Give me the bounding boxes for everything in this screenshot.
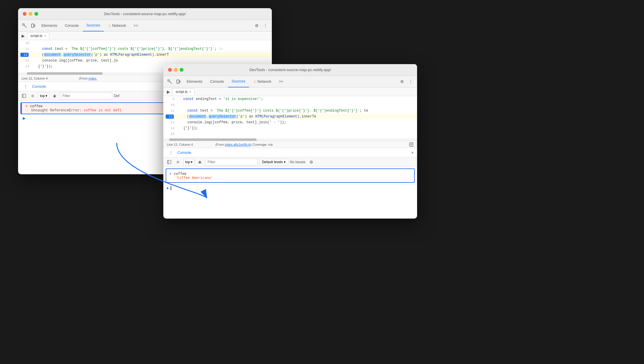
console-menu-icon-2[interactable]: ⋮: [167, 149, 175, 157]
more-icon-2[interactable]: ⋮: [407, 78, 415, 86]
expand-icon-1[interactable]: ▶: [20, 34, 26, 38]
inspect-icon-1[interactable]: [20, 22, 29, 30]
sidebar-icon-2[interactable]: [166, 159, 173, 166]
tab-more-1[interactable]: >>: [130, 20, 141, 31]
default-levels-1[interactable]: Def: [114, 94, 120, 98]
code-line-9-2: 9 const endingText = 'it is expensive!';: [163, 96, 417, 102]
code-area-2: 9 const endingText = 'it is expensive!';…: [163, 96, 417, 138]
tl-red-1[interactable]: [23, 12, 27, 16]
svg-rect-3: [34, 25, 35, 27]
svg-rect-2: [32, 24, 34, 27]
file-tab-script-2[interactable]: script.ts ×: [172, 88, 195, 95]
window-title-2: DevTools - consistent-source-map-pc.netl…: [249, 68, 331, 72]
top-dropdown-1[interactable]: top ▾: [38, 93, 49, 99]
tl-green-2[interactable]: [180, 68, 183, 72]
expand-icon-2[interactable]: ▶: [166, 89, 171, 94]
error-area-2: × coffee 'Coffee Americano': [166, 168, 415, 183]
tab-elements-2[interactable]: Elements: [183, 76, 206, 87]
default-levels-btn-2[interactable]: Default levels ▾: [259, 159, 288, 165]
file-tab-script-1[interactable]: script.ts ×: [27, 32, 49, 39]
devtools-window-2: DevTools - consistent-source-map-pc.netl…: [163, 64, 417, 219]
svg-rect-10: [410, 143, 413, 146]
traffic-lights-1: [23, 12, 38, 16]
eye-icon-2[interactable]: ◉: [196, 159, 203, 166]
console-title-1: Console: [32, 84, 46, 89]
warning-icon-2: ⚠: [253, 80, 256, 84]
clear-icon-1[interactable]: ⊘: [29, 92, 36, 99]
console-section-2: ⋮ Console × ⊘ top ▾ ◉ Default levels ▾: [163, 148, 417, 191]
error-output-str-2: 'Coffee Americano': [175, 176, 213, 180]
file-tab-close-1[interactable]: ×: [44, 34, 46, 38]
error-text-1: Uncaught ReferenceError:: [31, 108, 84, 112]
svg-line-1: [23, 24, 27, 28]
top-dropdown-2[interactable]: top ▾: [183, 159, 195, 165]
settings-icon-1[interactable]: ⚙: [253, 22, 261, 30]
console-menu-icon-1[interactable]: ⋮: [22, 82, 30, 91]
tab-console-1[interactable]: Console: [61, 20, 82, 31]
traffic-lights-2: [168, 68, 183, 72]
status-line-col-1: Line 12, Column 4: [22, 77, 48, 80]
error-x-icon-1: ×: [25, 104, 28, 108]
status-line-col-2: Line 12, Column 4: [167, 143, 193, 146]
scrollbar-thumb-1[interactable]: [27, 72, 103, 75]
console-toolbar-2: ⊘ top ▾ ◉ Default levels ▾ No Issues ⚙: [163, 157, 417, 167]
tab-console-2[interactable]: Console: [206, 76, 228, 87]
code-line-11-2: 11 const text = `The ${'{'}coffee{'}'} c…: [163, 108, 417, 114]
titlebar-2: DevTools - consistent-source-map-pc.netl…: [163, 64, 417, 76]
error-box-2: × coffee 'Coffee Americano': [166, 168, 415, 183]
eye-icon-1[interactable]: ◉: [51, 92, 58, 99]
device-icon-2[interactable]: [174, 78, 183, 86]
tl-green-1[interactable]: [34, 12, 38, 16]
tab-network-2[interactable]: ⚠ Network: [250, 76, 275, 87]
tl-red-2[interactable]: [168, 68, 172, 72]
code-line-13-2: 13 console.log([coffee, price, text].joi…: [163, 119, 417, 125]
scrollbar-2[interactable]: [163, 138, 417, 141]
clear-icon-2[interactable]: ⊘: [174, 159, 181, 166]
device-icon-1[interactable]: [29, 22, 37, 30]
error-x-icon-2: ×: [169, 171, 172, 176]
devtools-tabbar-2: Elements Console Sources ⚠ Network >> ⚙ …: [163, 76, 417, 87]
file-tab-label-1: script.ts: [30, 34, 42, 38]
error-msg-header-2: × coffee: [169, 171, 411, 176]
console-cursor-2[interactable]: [171, 186, 171, 190]
code-line-10-2: 10: [163, 102, 417, 108]
tab-sources-1[interactable]: Sources: [83, 20, 104, 31]
scrollbar-thumb-2[interactable]: [169, 138, 257, 141]
window-title-1: DevTools - consistent-source-map-pc.netl…: [104, 12, 186, 16]
console-close-btn-2[interactable]: ×: [411, 150, 414, 155]
code-line-11-1: 11 const text = `The ${'{'}coffee{'}'} c…: [18, 46, 272, 52]
status-bar-2: Line 12, Column 4 (From index.a8c1ec6b.j…: [163, 141, 417, 148]
console-input-row-2: ▶: [163, 184, 417, 191]
settings-icon-2[interactable]: ⚙: [398, 78, 406, 86]
tl-yellow-2[interactable]: [174, 68, 178, 72]
file-tabbar-2: ▶ script.ts ×: [163, 87, 417, 96]
tl-yellow-1[interactable]: [29, 12, 32, 16]
filter-input-2[interactable]: [205, 159, 258, 166]
tab-elements-1[interactable]: Elements: [38, 20, 61, 31]
svg-rect-13: [167, 160, 171, 164]
tab-network-1[interactable]: ⚠ Network: [104, 20, 130, 31]
file-tabbar-1: ▶ script.ts ×: [18, 31, 272, 40]
file-tab-close-2[interactable]: ×: [189, 90, 191, 94]
error-label-1: coffee: [30, 104, 43, 108]
tab-more-2[interactable]: >>: [275, 76, 287, 87]
code-line-13-1: 13 console.log([coffee, price, text].jo: [18, 58, 272, 64]
svg-rect-9: [179, 81, 180, 82]
code-line-14-2: 14 {'}'});: [163, 125, 417, 131]
status-link-1[interactable]: index.: [88, 77, 97, 80]
file-tab-label-2: script.ts: [176, 90, 188, 94]
error-label-2: coffee: [174, 172, 186, 176]
titlebar-1: DevTools - consistent-source-map-pc.netl…: [18, 8, 272, 20]
devtools-tabbar-1: Elements Console Sources ⚠ Network >> ⚙ …: [18, 20, 272, 31]
sidebar-icon-1[interactable]: [20, 92, 27, 99]
filter-input-1[interactable]: [60, 92, 112, 99]
more-icon-1[interactable]: ⋮: [261, 22, 270, 30]
warning-icon-1: ⚠: [108, 24, 111, 28]
settings-console-icon-2[interactable]: ⚙: [307, 158, 315, 166]
svg-rect-4: [22, 94, 26, 98]
tab-sources-2[interactable]: Sources: [228, 76, 249, 87]
error-detail-text-1: coffee is not defi: [84, 108, 122, 112]
status-link-2[interactable]: index.a8c1ec6b.js: [225, 143, 251, 146]
code-line-12-2: 12 (document.querySelector('p') as HTMLP…: [163, 114, 417, 119]
inspect-icon-2[interactable]: [166, 78, 174, 86]
